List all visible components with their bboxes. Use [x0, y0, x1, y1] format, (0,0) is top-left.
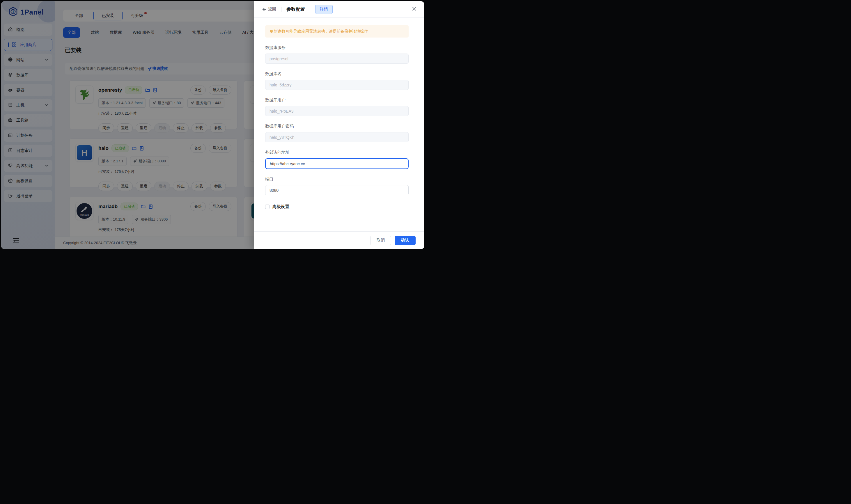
- advanced-settings-checkbox[interactable]: [265, 204, 270, 209]
- field-label: 数据库用户密码: [265, 124, 409, 129]
- drawer-header: 返回 参数配置 详情: [254, 1, 424, 18]
- advanced-settings-row: 高级设置: [265, 204, 409, 210]
- field-label: 数据库用户: [265, 97, 409, 103]
- field-db-password: 数据库用户密码: [265, 124, 409, 142]
- drawer-title: 参数配置: [286, 6, 305, 13]
- field-label: 数据库名: [265, 71, 409, 76]
- cancel-button[interactable]: 取消: [370, 236, 391, 245]
- field-label: 外部访问地址: [265, 150, 409, 155]
- field-label: 数据库服务: [265, 45, 409, 50]
- back-arrow-icon: [261, 7, 266, 12]
- field-db-name: 数据库名: [265, 71, 409, 90]
- db-service-input: [265, 54, 409, 64]
- param-config-drawer: 返回 参数配置 详情 更新参数可能导致应用无法启动，请提前备份并谨慎操作 数据库…: [254, 1, 424, 249]
- header-divider: [281, 7, 282, 12]
- db-user-input: [265, 106, 409, 116]
- drawer-body: 更新参数可能导致应用无法启动，请提前备份并谨慎操作 数据库服务 数据库名 数据库…: [254, 18, 424, 231]
- warning-alert: 更新参数可能导致应用无法启动，请提前备份并谨慎操作: [265, 25, 409, 38]
- advanced-settings-label: 高级设置: [272, 204, 289, 210]
- close-icon[interactable]: [412, 6, 417, 13]
- detail-button[interactable]: 详情: [315, 5, 333, 14]
- back-button[interactable]: 返回: [261, 7, 276, 12]
- field-db-service: 数据库服务: [265, 45, 409, 64]
- db-name-input: [265, 80, 409, 90]
- field-external-url: 外部访问地址: [265, 150, 409, 169]
- confirm-button[interactable]: 确认: [395, 236, 416, 245]
- field-label: 端口: [265, 177, 409, 182]
- drawer-footer: 取消 确认: [254, 231, 424, 249]
- port-input[interactable]: [265, 185, 409, 195]
- external-url-input[interactable]: [265, 158, 409, 169]
- field-db-user: 数据库用户: [265, 97, 409, 116]
- db-password-input: [265, 132, 409, 142]
- header-divider: [310, 7, 310, 12]
- app-window: 1 1Panel 概览 应用商店 网站 数据库: [1, 1, 424, 249]
- field-port: 端口: [265, 177, 409, 195]
